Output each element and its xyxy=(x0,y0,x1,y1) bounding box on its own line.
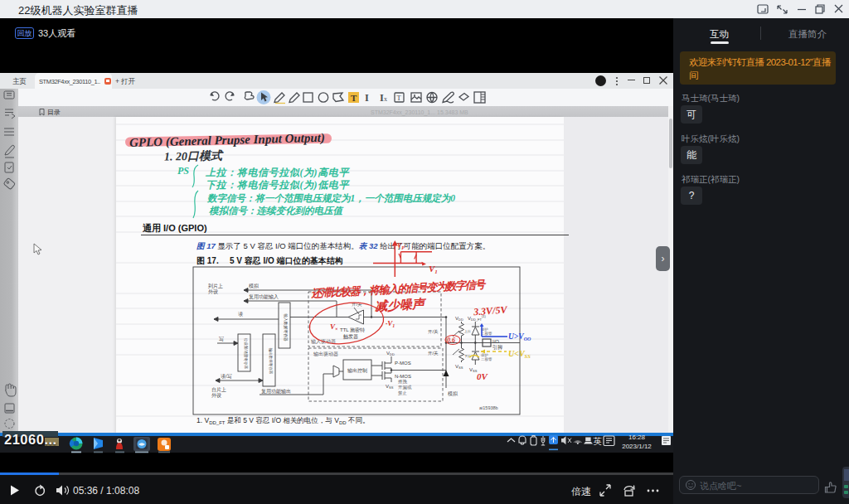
svg-text:引脚: 引脚 xyxy=(492,344,502,351)
svg-text:VDD: VDD xyxy=(455,316,463,322)
svg-text:GPLO (General Prupse Input Out: GPLO (General Prupse Input Output) xyxy=(129,131,325,150)
svg-text:1. VDD_FT 是和 5 V 容忍 I/O 相关的: 1. VDD_FT 是和 5 V 容忍 I/O 相关的电位，与 VDD 不同。 xyxy=(196,416,369,425)
svg-text:读: 读 xyxy=(238,312,243,317)
svg-text:V×: V× xyxy=(330,322,338,332)
svg-text:TTL 施密特: TTL 施密特 xyxy=(340,327,365,333)
svg-text:1. 20口模式: 1. 20口模式 xyxy=(164,149,224,162)
svg-text:U>VOO: U>VOO xyxy=(508,332,531,342)
svg-text:图 17.: 图 17. xyxy=(196,256,219,265)
svg-text:U<VSS: U<VSS xyxy=(508,349,531,359)
svg-text:二极管: 二极管 xyxy=(481,356,492,361)
svg-text:I: I xyxy=(365,92,369,104)
svg-text:写: 写 xyxy=(219,337,224,342)
svg-text:VSS: VSS xyxy=(455,364,463,370)
svg-text:自片上: 自片上 xyxy=(211,387,226,393)
svg-text:开/关: 开/关 xyxy=(428,329,439,334)
svg-text:下拉：将电信号拉似(为)低电平: 下拉：将电信号拉似(为)低电平 xyxy=(206,179,350,191)
svg-text:模拟信号：连续变化到的电压值: 模拟信号：连续变化到的电压值 xyxy=(208,205,345,216)
svg-text:禁止: 禁止 xyxy=(398,390,408,396)
svg-text:0V: 0V xyxy=(477,371,489,381)
svg-text:触发器: 触发器 xyxy=(343,333,358,340)
svg-text:数字信号：将一个范围电压规定为1，一个范围电压规定为0: 数字信号：将一个范围电压规定为1，一个范围电压规定为0 xyxy=(206,192,455,204)
svg-text:I/O: I/O xyxy=(492,339,499,344)
svg-text:开/关: 开/关 xyxy=(428,351,439,356)
svg-text:VSS: VSS xyxy=(386,384,394,390)
svg-text:输出控制: 输出控制 xyxy=(347,368,367,374)
svg-text:输出数据寄存器: 输出数据寄存器 xyxy=(268,347,273,375)
svg-text:图 17 显示了 5 V 容忍 I/O 端口位的基本结构。表: 图 17 显示了 5 V 容忍 I/O 端口位的基本结构。表 32 给出了可能的… xyxy=(196,241,490,250)
svg-text:二极管: 二极管 xyxy=(481,331,492,336)
svg-text:到片上: 到片上 xyxy=(208,283,223,289)
svg-text:输出驱动器: 输出驱动器 xyxy=(313,351,338,357)
svg-text:外设: 外设 xyxy=(208,288,218,294)
svg-text:英: 英 xyxy=(594,436,603,446)
svg-text:减少噪声: 减少噪声 xyxy=(374,297,428,313)
svg-text:0.6: 0.6 xyxy=(447,337,455,344)
svg-text:还滞比较器，将输入的信号变为数字信号: 还滞比较器，将输入的信号变为数字信号 xyxy=(310,278,488,299)
svg-text:复用功能输出: 复用功能输出 xyxy=(261,389,291,395)
svg-text:模拟: 模拟 xyxy=(448,390,458,396)
svg-text:T: T xyxy=(351,93,357,103)
svg-text:x: x xyxy=(384,95,387,103)
svg-text:通用 I/O (GPIO): 通用 I/O (GPIO) xyxy=(142,223,207,233)
svg-text:3.3V/5V: 3.3V/5V xyxy=(473,303,508,317)
svg-text:2023/1/12: 2023/1/12 xyxy=(622,443,652,450)
svg-text:ai15938b: ai15938b xyxy=(479,405,498,410)
svg-text:T: T xyxy=(397,94,402,102)
svg-text:VDD: VDD xyxy=(386,351,395,356)
svg-text:推挽: 推挽 xyxy=(398,379,408,385)
svg-text:外设: 外设 xyxy=(211,392,221,398)
svg-text:P-MOS: P-MOS xyxy=(395,361,411,366)
svg-text:PS: PS xyxy=(177,165,189,177)
svg-text:上拉: 上拉 xyxy=(463,329,471,333)
svg-text:5 V 容忍 I/O 端口位的基本结构: 5 V 容忍 I/O 端口位的基本结构 xyxy=(230,256,343,265)
svg-text:模拟: 模拟 xyxy=(249,283,260,288)
svg-text:V1: V1 xyxy=(429,264,438,275)
svg-text:复用功能输入: 复用功能输入 xyxy=(249,294,279,300)
svg-text:位设置/清除寄存器: 位设置/清除寄存器 xyxy=(243,338,249,370)
svg-text:输入数据寄存器: 输入数据寄存器 xyxy=(283,313,289,342)
svg-text:开漏或: 开漏或 xyxy=(398,385,412,390)
svg-text:上拉：将电信号拉似(为)高电平: 上拉：将电信号拉似(为)高电平 xyxy=(205,167,350,178)
svg-text:16:28: 16:28 xyxy=(628,434,646,441)
svg-text:·V1: ·V1 xyxy=(386,319,395,328)
svg-text:读/写: 读/写 xyxy=(221,374,232,379)
